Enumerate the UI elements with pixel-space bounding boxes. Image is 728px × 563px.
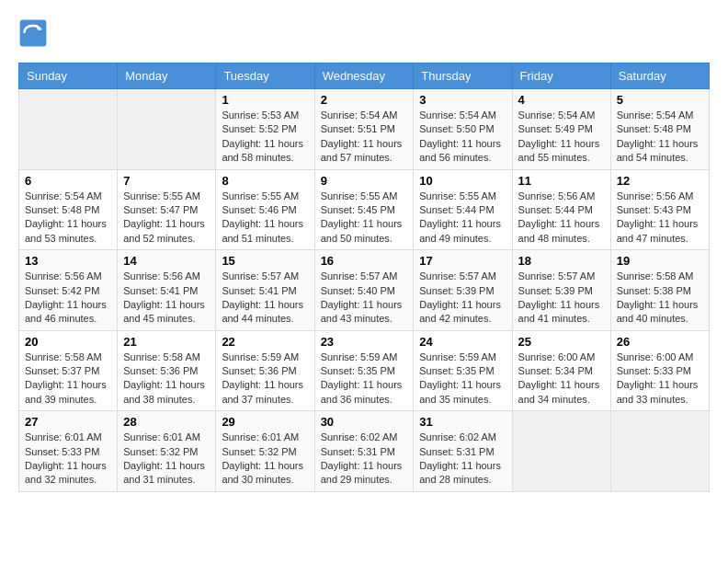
day-info: Sunrise: 5:53 AMSunset: 5:52 PMDaylight:… <box>222 109 308 166</box>
day-cell: 28Sunrise: 6:01 AMSunset: 5:32 PMDayligh… <box>118 411 216 492</box>
day-number: 16 <box>321 254 408 268</box>
day-number: 9 <box>321 174 408 188</box>
day-cell: 9Sunrise: 5:55 AMSunset: 5:45 PMDaylight… <box>314 169 414 250</box>
day-info: Sunrise: 5:59 AMSunset: 5:35 PMDaylight:… <box>321 350 408 408</box>
day-cell: 6Sunrise: 5:54 AMSunset: 5:48 PMDaylight… <box>19 169 118 250</box>
day-info: Sunrise: 5:54 AMSunset: 5:49 PMDaylight:… <box>518 109 605 166</box>
day-info: Sunrise: 5:57 AMSunset: 5:39 PMDaylight:… <box>518 270 605 327</box>
day-info: Sunrise: 5:55 AMSunset: 5:46 PMDaylight:… <box>222 190 308 247</box>
logo-icon <box>18 18 48 48</box>
day-cell <box>512 411 610 492</box>
day-cell: 10Sunrise: 5:55 AMSunset: 5:44 PMDayligh… <box>414 169 512 250</box>
day-number: 18 <box>518 254 605 268</box>
day-cell: 4Sunrise: 5:54 AMSunset: 5:49 PMDaylight… <box>512 89 610 170</box>
day-cell: 26Sunrise: 6:00 AMSunset: 5:33 PMDayligh… <box>610 330 709 411</box>
header-cell-monday: Monday <box>118 63 216 89</box>
day-cell: 21Sunrise: 5:58 AMSunset: 5:36 PMDayligh… <box>118 330 216 411</box>
day-info: Sunrise: 5:57 AMSunset: 5:39 PMDaylight:… <box>419 270 506 327</box>
day-cell: 11Sunrise: 5:56 AMSunset: 5:44 PMDayligh… <box>512 169 610 250</box>
day-info: Sunrise: 5:58 AMSunset: 5:37 PMDaylight:… <box>25 350 111 408</box>
day-number: 15 <box>222 254 308 268</box>
day-number: 6 <box>25 174 111 188</box>
day-cell: 7Sunrise: 5:55 AMSunset: 5:47 PMDaylight… <box>118 169 216 250</box>
day-info: Sunrise: 5:55 AMSunset: 5:45 PMDaylight:… <box>321 190 408 247</box>
day-number: 4 <box>518 93 605 107</box>
day-number: 26 <box>617 335 703 349</box>
day-number: 19 <box>617 254 703 268</box>
day-cell: 3Sunrise: 5:54 AMSunset: 5:50 PMDaylight… <box>414 89 512 170</box>
day-info: Sunrise: 5:58 AMSunset: 5:36 PMDaylight:… <box>123 350 210 408</box>
day-cell: 22Sunrise: 5:59 AMSunset: 5:36 PMDayligh… <box>216 330 314 411</box>
day-info: Sunrise: 5:57 AMSunset: 5:40 PMDaylight:… <box>321 270 408 327</box>
day-cell: 15Sunrise: 5:57 AMSunset: 5:41 PMDayligh… <box>216 250 314 331</box>
day-cell: 27Sunrise: 6:01 AMSunset: 5:33 PMDayligh… <box>19 411 118 492</box>
day-cell: 14Sunrise: 5:56 AMSunset: 5:41 PMDayligh… <box>118 250 216 331</box>
day-info: Sunrise: 6:02 AMSunset: 5:31 PMDaylight:… <box>419 431 506 488</box>
day-cell: 19Sunrise: 5:58 AMSunset: 5:38 PMDayligh… <box>610 250 709 331</box>
calendar-table: SundayMondayTuesdayWednesdayThursdayFrid… <box>18 63 710 492</box>
day-cell <box>118 89 216 170</box>
day-number: 21 <box>123 335 210 349</box>
day-info: Sunrise: 6:01 AMSunset: 5:32 PMDaylight:… <box>222 431 308 488</box>
header-cell-wednesday: Wednesday <box>314 63 414 89</box>
day-info: Sunrise: 5:55 AMSunset: 5:47 PMDaylight:… <box>123 190 210 247</box>
day-number: 3 <box>419 93 506 107</box>
day-info: Sunrise: 5:59 AMSunset: 5:35 PMDaylight:… <box>419 350 506 408</box>
day-number: 22 <box>222 335 308 349</box>
day-number: 20 <box>25 335 111 349</box>
day-cell: 17Sunrise: 5:57 AMSunset: 5:39 PMDayligh… <box>414 250 512 331</box>
day-cell: 12Sunrise: 5:56 AMSunset: 5:43 PMDayligh… <box>610 169 709 250</box>
day-cell: 29Sunrise: 6:01 AMSunset: 5:32 PMDayligh… <box>216 411 314 492</box>
day-number: 7 <box>123 174 210 188</box>
day-cell <box>19 89 118 170</box>
day-cell: 25Sunrise: 6:00 AMSunset: 5:34 PMDayligh… <box>512 330 610 411</box>
day-info: Sunrise: 5:59 AMSunset: 5:36 PMDaylight:… <box>222 350 308 408</box>
day-number: 1 <box>222 93 308 107</box>
week-row-1: 6Sunrise: 5:54 AMSunset: 5:48 PMDaylight… <box>19 169 710 250</box>
day-cell: 8Sunrise: 5:55 AMSunset: 5:46 PMDaylight… <box>216 169 314 250</box>
header-row: SundayMondayTuesdayWednesdayThursdayFrid… <box>19 63 710 89</box>
day-cell: 5Sunrise: 5:54 AMSunset: 5:48 PMDaylight… <box>610 89 709 170</box>
day-number: 2 <box>321 93 408 107</box>
day-info: Sunrise: 5:54 AMSunset: 5:50 PMDaylight:… <box>419 109 506 166</box>
week-row-3: 20Sunrise: 5:58 AMSunset: 5:37 PMDayligh… <box>19 330 710 411</box>
day-cell: 16Sunrise: 5:57 AMSunset: 5:40 PMDayligh… <box>314 250 414 331</box>
day-number: 8 <box>222 174 308 188</box>
day-info: Sunrise: 6:02 AMSunset: 5:31 PMDaylight:… <box>321 431 408 488</box>
day-info: Sunrise: 5:54 AMSunset: 5:48 PMDaylight:… <box>25 190 111 247</box>
day-number: 31 <box>419 415 506 429</box>
day-number: 12 <box>617 174 703 188</box>
header-cell-tuesday: Tuesday <box>216 63 314 89</box>
day-cell: 2Sunrise: 5:54 AMSunset: 5:51 PMDaylight… <box>314 89 414 170</box>
day-number: 29 <box>222 415 308 429</box>
day-info: Sunrise: 5:56 AMSunset: 5:44 PMDaylight:… <box>518 190 605 247</box>
week-row-4: 27Sunrise: 6:01 AMSunset: 5:33 PMDayligh… <box>19 411 710 492</box>
day-cell: 18Sunrise: 5:57 AMSunset: 5:39 PMDayligh… <box>512 250 610 331</box>
day-cell: 31Sunrise: 6:02 AMSunset: 5:31 PMDayligh… <box>414 411 512 492</box>
day-info: Sunrise: 5:56 AMSunset: 5:42 PMDaylight:… <box>25 270 111 327</box>
day-number: 10 <box>419 174 506 188</box>
day-cell: 1Sunrise: 5:53 AMSunset: 5:52 PMDaylight… <box>216 89 314 170</box>
week-row-0: 1Sunrise: 5:53 AMSunset: 5:52 PMDaylight… <box>19 89 710 170</box>
day-number: 28 <box>123 415 210 429</box>
day-info: Sunrise: 5:54 AMSunset: 5:51 PMDaylight:… <box>321 109 408 166</box>
day-info: Sunrise: 6:00 AMSunset: 5:33 PMDaylight:… <box>617 350 703 408</box>
day-cell: 20Sunrise: 5:58 AMSunset: 5:37 PMDayligh… <box>19 330 118 411</box>
day-info: Sunrise: 5:55 AMSunset: 5:44 PMDaylight:… <box>419 190 506 247</box>
header-cell-sunday: Sunday <box>19 63 118 89</box>
day-info: Sunrise: 5:56 AMSunset: 5:41 PMDaylight:… <box>123 270 210 327</box>
day-info: Sunrise: 5:54 AMSunset: 5:48 PMDaylight:… <box>617 109 703 166</box>
day-number: 24 <box>419 335 506 349</box>
day-info: Sunrise: 5:57 AMSunset: 5:41 PMDaylight:… <box>222 270 308 327</box>
day-cell: 24Sunrise: 5:59 AMSunset: 5:35 PMDayligh… <box>414 330 512 411</box>
day-number: 25 <box>518 335 605 349</box>
day-number: 5 <box>617 93 703 107</box>
day-number: 11 <box>518 174 605 188</box>
day-number: 14 <box>123 254 210 268</box>
page-header <box>18 18 710 48</box>
day-info: Sunrise: 6:01 AMSunset: 5:32 PMDaylight:… <box>123 431 210 488</box>
day-number: 13 <box>25 254 111 268</box>
day-info: Sunrise: 5:56 AMSunset: 5:43 PMDaylight:… <box>617 190 703 247</box>
day-number: 30 <box>321 415 408 429</box>
day-number: 27 <box>25 415 111 429</box>
